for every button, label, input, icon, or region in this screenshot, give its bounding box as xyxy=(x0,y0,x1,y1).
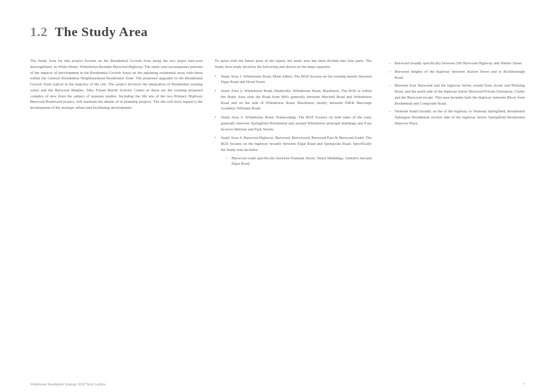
left-paragraph: The Study Area for this project focuses … xyxy=(30,58,203,111)
right-list: Burwood broadly specifically between 200… xyxy=(388,60,525,126)
sub-list: Burwood south specifically between Fearm… xyxy=(226,155,372,167)
list-item: Study Area 3: Whitehorse Road, Nunawadin… xyxy=(215,114,372,132)
column-left: The Study Area for this project focuses … xyxy=(30,58,203,170)
section-number: 1.2 xyxy=(30,24,48,39)
study-area-list: Study Area 1: Whitehorse Road, Mont Albe… xyxy=(215,73,372,167)
page-title: 1.2The Study Area xyxy=(30,24,525,40)
right-list-item: Between East Burwood and the highway bel… xyxy=(388,82,525,106)
middle-intro: To assist with the future parts of the r… xyxy=(215,58,372,70)
right-list-item: Burwood heights of the highway between S… xyxy=(388,69,525,81)
sub-list-item: Burwood south specifically between Fearm… xyxy=(226,155,372,167)
title-text: The Study Area xyxy=(55,24,148,39)
content-area: The Study Area for this project focuses … xyxy=(30,58,525,170)
right-list-item: Burwood broadly specifically between 200… xyxy=(388,60,525,66)
column-right: Burwood broadly specifically between 200… xyxy=(383,58,525,170)
footer-right: 7 xyxy=(523,382,525,386)
document-page: 1.2The Study Area The Study Area for thi… xyxy=(0,0,555,392)
footer-left: Whitehorse Residential Strategy 2018 Ter… xyxy=(30,382,105,386)
column-middle: To assist with the future parts of the r… xyxy=(215,58,372,170)
list-item: Study Area 1: Whitehorse Road, Mont Albe… xyxy=(215,73,372,85)
right-list-item: Vermont South broadly on the of the high… xyxy=(388,108,525,126)
list-item: Study Area 2: Whitehorse Road, Heathvill… xyxy=(215,88,372,111)
list-item: Study Area 4: Burwood Highway, Burwood, … xyxy=(215,135,372,167)
page-footer: Whitehorse Residential Strategy 2018 Ter… xyxy=(30,382,525,386)
